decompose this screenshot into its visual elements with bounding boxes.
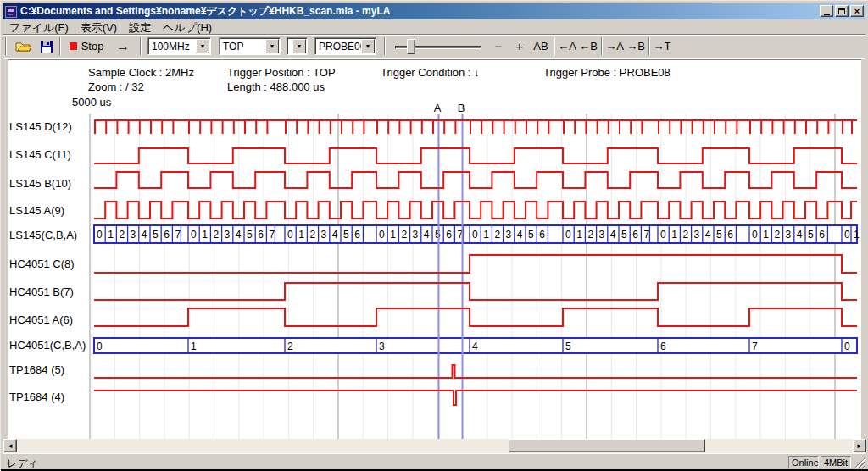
run-arrow-icon: →	[116, 39, 130, 54]
trigger-edge-dropdown-icon[interactable]: ▼	[292, 39, 306, 53]
channel-label: LS145 D(12)	[9, 120, 72, 133]
resize-grip[interactable]	[854, 457, 865, 468]
channel-label: LS145 A(9)	[9, 204, 64, 217]
toolbar-separator-6	[648, 37, 650, 55]
toolbar-grip	[5, 37, 7, 55]
channel-label: HC4051(C,B,A)	[9, 339, 86, 352]
channel-label: LS145 B(10)	[9, 177, 71, 190]
stop-button[interactable]: Stop	[66, 36, 107, 56]
trigger-position-dropdown-icon[interactable]: ▼	[265, 39, 279, 53]
minimize-button[interactable]	[820, 5, 833, 17]
title-bar: C:¥Documents and Settings¥noname¥デスクトップ¥…	[3, 3, 865, 19]
channel-label: LS145(C,B,A)	[9, 229, 77, 241]
goto-cursor-a-button[interactable]: ←A	[557, 36, 577, 56]
scrollbar-thumb[interactable]	[509, 439, 705, 452]
sample-rate-select[interactable]: 100MHz ▼	[147, 37, 211, 55]
zoom-in-button[interactable]: +	[510, 36, 529, 56]
save-button[interactable]	[36, 36, 58, 56]
sample-rate-value: 100MHz	[148, 41, 196, 53]
save-floppy-icon	[40, 40, 53, 53]
sample-clock-info: Sample Clock : 2MHz	[88, 66, 194, 79]
close-icon: ×	[854, 7, 860, 16]
toolbar-separator-4	[554, 37, 555, 55]
trigger-probe-info: Trigger Probe : PROBE08	[543, 66, 670, 79]
goto-a-label: ←A	[558, 40, 576, 53]
channel-label: TP1684 (4)	[9, 391, 64, 403]
trigger-edge-select[interactable]: ↑ ▼	[287, 37, 308, 55]
maximize-icon	[838, 8, 845, 14]
menu-bar: ファイル(F) 表示(V) 設定 ヘルプ(H)	[3, 20, 865, 35]
stop-label: Stop	[81, 40, 104, 53]
probe-select[interactable]: PROBE00 ▼	[314, 37, 376, 55]
close-button[interactable]: ×	[850, 5, 864, 17]
waveform-client-area	[8, 59, 861, 439]
maximize-button[interactable]	[835, 5, 849, 17]
toolbar: Stop → 100MHz ▼ TOP ▼ ↑ ▼ PROBE00 ▼ − + …	[1, 36, 868, 58]
zoom-info: Zoom : / 32	[88, 80, 144, 93]
toolbar-separator-5	[601, 37, 603, 55]
horizontal-scrollbar: ◄ ►	[3, 439, 866, 453]
trigger-position-value: TOP	[220, 41, 265, 53]
status-memory-badge: 4MBit	[821, 456, 851, 468]
set-cursor-b-button[interactable]: →B	[626, 36, 646, 56]
probe-value: PROBE00	[315, 41, 361, 53]
ab-label: AB	[533, 40, 548, 53]
set-cursor-a-button[interactable]: →A	[604, 36, 625, 56]
scroll-right-icon: ►	[856, 442, 863, 450]
trigger-condition-info: Trigger Condition : ↓	[381, 66, 480, 79]
trigger-position-select[interactable]: TOP ▼	[219, 37, 281, 55]
length-info: Length : 488.000 us	[227, 80, 325, 93]
toolbar-separator-2	[140, 37, 142, 55]
channel-label: HC4051 B(7)	[9, 285, 74, 298]
app-icon	[5, 6, 17, 18]
window-title: C:¥Documents and Settings¥noname¥デスクトップ¥…	[20, 4, 390, 19]
scroll-right-button[interactable]: ►	[853, 439, 866, 452]
sample-rate-dropdown-icon[interactable]: ▼	[196, 39, 209, 53]
minimize-icon	[824, 14, 830, 15]
channel-label: LS145 C(11)	[9, 148, 71, 161]
run-button[interactable]: →	[111, 36, 135, 56]
goto-b-label: ←B	[579, 40, 598, 53]
trigger-position-info: Trigger Position : TOP	[227, 66, 336, 79]
goto-trigger-button[interactable]: →T	[652, 36, 672, 56]
set-b-label: →B	[626, 40, 645, 53]
toolbar-separator-1	[59, 37, 61, 55]
zoom-out-button[interactable]: −	[489, 36, 508, 56]
app-window: C:¥Documents and Settings¥noname¥デスクトップ¥…	[0, 0, 868, 471]
goto-trigger-label: →T	[654, 40, 671, 53]
scroll-left-button[interactable]: ◄	[3, 439, 17, 452]
zoom-in-icon: +	[516, 39, 524, 53]
status-online-badge: Online	[788, 456, 819, 468]
status-bar: レディ Online 4MBit	[3, 453, 865, 469]
goto-cursor-b-button[interactable]: ←B	[578, 36, 598, 56]
channel-label: TP1684 (5)	[9, 363, 64, 376]
zoom-slider-thumb[interactable]	[407, 39, 415, 54]
open-folder-icon	[15, 40, 32, 53]
timescale-label: 5000 us	[72, 96, 111, 108]
toolbar-separator-3	[384, 37, 386, 55]
channel-label: HC4051 A(6)	[9, 313, 73, 326]
ab-range-button[interactable]: AB	[531, 36, 551, 56]
stop-icon	[70, 42, 77, 50]
channel-label: HC4051 C(8)	[9, 258, 75, 270]
probe-dropdown-icon[interactable]: ▼	[361, 39, 375, 53]
open-button[interactable]	[13, 36, 35, 56]
scroll-left-icon: ◄	[7, 442, 14, 450]
zoom-out-icon: −	[495, 39, 503, 53]
set-a-label: →A	[605, 40, 624, 53]
